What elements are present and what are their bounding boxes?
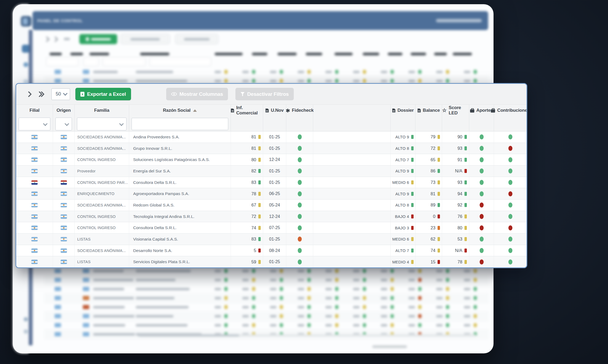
background-flag [83, 269, 89, 273]
background-number-blur [464, 270, 470, 272]
cell-origen [53, 188, 75, 199]
filter-input-razon_social[interactable] [132, 118, 228, 130]
cell-dossier: MEDIO 6 [391, 234, 415, 245]
column-header-aportes[interactable]: Aportes [469, 105, 494, 116]
background-column-headers [44, 52, 489, 57]
show-columns-button[interactable]: Mostrar Columnas [166, 88, 228, 100]
background-number-blur [409, 306, 415, 308]
cell-origen [53, 200, 75, 211]
table-row[interactable]: CONTROL INGRESOConsultora Delta S.R.L.74… [16, 222, 527, 234]
aportes-status-dot-red [480, 214, 484, 219]
cell-filial [16, 256, 53, 267]
background-filter-row [44, 57, 489, 67]
column-header-balance[interactable]: Balance [415, 105, 442, 116]
background-number-blur [215, 80, 221, 82]
cell-balance: 73 [415, 177, 442, 188]
scrollbar-thumb [138, 334, 239, 337]
filter-select-origen[interactable] [55, 118, 72, 130]
background-status-dot [335, 70, 338, 74]
cell-familia: CONTROL INGRESO [75, 211, 129, 222]
column-header-filial[interactable]: Filial [16, 105, 53, 116]
cell-value: 0 [433, 214, 435, 219]
filter-cell-contribuciones [494, 116, 527, 132]
flag-icon-argentina [31, 146, 38, 151]
column-header-dossier[interactable]: Dossier [391, 105, 415, 116]
table-row[interactable]: CONTROL INGRESO PAR...Consultora Delta S… [16, 177, 527, 188]
background-text-blur [136, 324, 187, 326]
export-excel-button[interactable]: Exportar a Excel [75, 88, 131, 100]
cell-u_nov: 12-24 [263, 154, 286, 165]
cell-spacer [313, 154, 391, 165]
contribuciones-status-dot-green [508, 180, 512, 185]
column-header-familia[interactable]: Familia [75, 105, 129, 116]
column-header-inf_comercial[interactable]: Inf. Comercial [231, 105, 263, 116]
background-button [120, 34, 170, 44]
indicator-square-yellow [258, 146, 261, 150]
cell-inf_comercial: 81 [231, 131, 263, 143]
background-status-dot [224, 305, 228, 309]
indicator-square-yellow [438, 180, 440, 184]
table-row[interactable]: SOCIEDADES ANÓNIMA...Grupo Innovar S.R.L… [16, 143, 527, 154]
table-row[interactable]: SOCIEDADES ANONIMA...Redcom Global S.A.S… [16, 200, 527, 211]
table-row[interactable]: ENRIQUECIMIENTOAgroexportadora Pampas S.… [16, 188, 527, 200]
table-row[interactable]: SOCIEDADES ANONIMA...Andina Proveedores … [16, 131, 527, 143]
table-row[interactable]: LISTASVisionaria Capital S.A.S.8301-25ME… [16, 234, 527, 245]
background-status-dot [446, 70, 449, 74]
background-status-dot [418, 323, 422, 327]
disable-filters-button[interactable]: Desactivar Filtros [235, 88, 294, 100]
cell-score_led: N/A [442, 245, 469, 256]
background-number-blur [325, 288, 332, 290]
column-header-contribuciones[interactable]: Contribuciones [494, 105, 527, 116]
cell-u_nov: 06-25 [263, 188, 286, 199]
contribuciones-status-dot-green [508, 157, 512, 162]
background-status-dot [307, 278, 311, 282]
background-status-dot [474, 278, 477, 282]
cell-score_led: 76 [442, 211, 469, 222]
cell-filial [16, 177, 53, 188]
fidecheck-status-dot-green [298, 214, 302, 219]
filter-select-filial[interactable] [19, 118, 50, 130]
flag-icon-argentina [61, 249, 67, 253]
background-number-blur [242, 270, 249, 272]
background-status-dot [280, 79, 283, 83]
cell-spacer [313, 131, 391, 143]
next-page-button[interactable] [25, 90, 33, 99]
background-number-blur [270, 270, 276, 272]
column-header-u_nov[interactable]: U.Nov [263, 105, 286, 116]
indicator-square-red [258, 249, 261, 253]
column-header-origen[interactable]: Origen [53, 105, 75, 116]
indicator-square-green [411, 192, 414, 196]
column-header-fidecheck[interactable]: Fidecheck [286, 105, 313, 116]
filter-select-familia[interactable] [77, 118, 127, 130]
background-flag [55, 287, 61, 291]
background-flag [55, 269, 61, 273]
cell-origen [53, 166, 75, 177]
table-row[interactable]: SOCIEDADES ANÓNIMA...Desarrollo Norte S.… [16, 245, 527, 257]
background-number-blur [298, 306, 304, 308]
page-size-select[interactable]: 50 [51, 88, 70, 100]
cell-razon_social: Visionaria Capital S.A.S. [129, 234, 231, 245]
cell-dossier: ALTO 8 [391, 143, 415, 154]
indicator-square-yellow [464, 237, 467, 241]
table-row[interactable]: CONTROL INGRESOSoluciones Logísticas Pat… [16, 154, 527, 166]
background-number-blur [409, 288, 415, 290]
doc-icon [392, 109, 395, 113]
chevron-down-icon [65, 122, 69, 126]
background-flag [83, 332, 89, 336]
indicator-square-yellow [258, 214, 261, 218]
indicator-square-green [411, 135, 414, 139]
cell-score_led: 91 [442, 154, 469, 165]
column-header-razon_social[interactable]: Razón Social [129, 105, 231, 116]
background-number-blur [325, 270, 332, 272]
table-row[interactable]: CONTROL INGRESOTecnología Integral Andin… [16, 211, 527, 222]
column-header-score_led[interactable]: Score LED [442, 105, 469, 116]
cell-value: 80 [458, 225, 462, 230]
chevron-down-icon [63, 91, 68, 96]
background-status-dot [252, 79, 255, 83]
last-page-button[interactable] [35, 90, 46, 99]
background-number-blur [242, 315, 249, 317]
background-status-dot [224, 70, 228, 74]
table-row[interactable]: ProveedorEnergía del Sur S.A.8201-25ALTO… [16, 166, 527, 177]
table-row[interactable]: LISTASServicios Digitales Plata S.R.L.59… [16, 256, 527, 267]
page-size-value: 50 [56, 91, 61, 97]
